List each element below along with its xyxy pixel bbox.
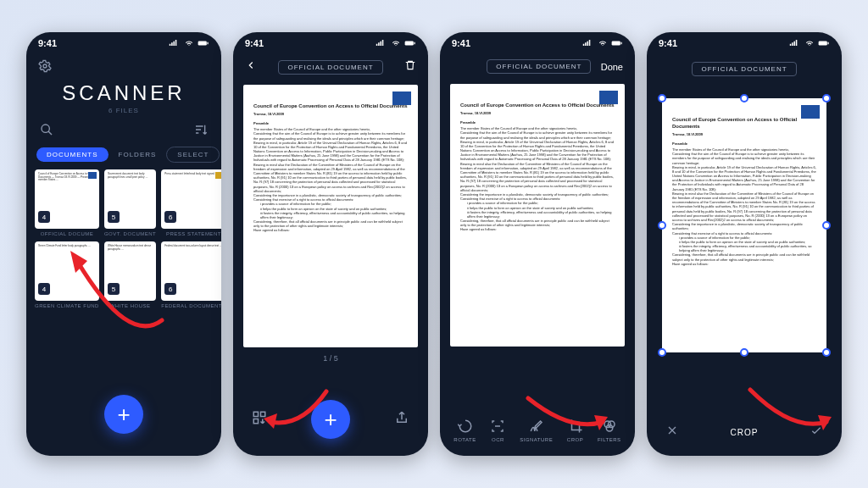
search-icon[interactable] <box>40 123 53 140</box>
add-page-button[interactable]: + <box>311 400 350 439</box>
tile-press-statement[interactable]: Press statement letterhead body text sig… <box>161 169 221 236</box>
tool-rotate[interactable]: ROTATE <box>453 419 476 442</box>
svg-rect-17 <box>819 41 827 45</box>
status-icons <box>169 39 209 47</box>
svg-rect-0 <box>198 41 207 45</box>
crop-label: CROP <box>731 428 759 437</box>
tile-white-house[interactable]: White House memorandum text dense paragr… <box>104 241 156 308</box>
tool-ocr[interactable]: OCR <box>490 419 505 442</box>
svg-rect-18 <box>827 42 828 45</box>
doc-badge: OFFICIAL DOCUMENT <box>278 60 382 75</box>
crop-handle[interactable] <box>822 94 831 103</box>
edit-toolbar: ROTATE OCR SIGNATURE CROP FILTERS <box>440 419 635 442</box>
tool-filters[interactable]: FILTERS <box>598 419 621 442</box>
crop-handle[interactable] <box>658 348 666 357</box>
crop-handle[interactable] <box>822 221 831 230</box>
status-bar: 9:41 <box>233 32 428 54</box>
coe-logo <box>801 105 820 119</box>
tile-federal-documents[interactable]: Federal document two-column layout dense… <box>161 241 221 308</box>
tab-documents[interactable]: DOCUMENTS <box>36 147 108 162</box>
status-time: 9:41 <box>659 38 677 48</box>
coe-logo <box>599 91 618 104</box>
file-count: 6 FILES <box>26 107 221 114</box>
crop-handle[interactable] <box>822 348 831 357</box>
tile-green-climate[interactable]: Green Climate Fund letter body paragraph… <box>35 241 99 308</box>
svg-rect-11 <box>612 41 620 45</box>
status-icons <box>376 39 416 47</box>
svg-point-3 <box>42 125 49 132</box>
crop-handle[interactable] <box>658 94 666 103</box>
status-bar: 9:41 <box>440 32 635 54</box>
doc-badge: OFFICIAL DOCUMENT <box>692 62 796 76</box>
app-title: SCANNER <box>26 81 221 105</box>
document-preview[interactable]: Council of Europe Convention on Access t… <box>450 84 625 347</box>
svg-rect-8 <box>261 412 265 416</box>
document-grid: Council of Europe Convention on Access t… <box>26 169 221 308</box>
svg-point-15 <box>606 425 613 432</box>
tab-folders[interactable]: FOLDERS <box>108 147 167 162</box>
crop-frame[interactable]: Council of Europe Convention on Access t… <box>662 98 826 352</box>
status-time: 9:41 <box>452 38 470 48</box>
status-bar: 9:41 <box>647 32 842 54</box>
page-indicator: 1 / 5 <box>233 354 428 363</box>
tile-official-document[interactable]: Council of Europe Convention on Access t… <box>35 169 99 236</box>
svg-rect-12 <box>620 42 621 45</box>
svg-rect-7 <box>253 412 258 416</box>
svg-rect-6 <box>414 42 415 45</box>
tool-signature[interactable]: SIGNATURE <box>520 419 553 442</box>
share-icon[interactable] <box>394 410 409 429</box>
sort-icon[interactable] <box>194 123 208 140</box>
done-button[interactable]: Done <box>601 62 623 72</box>
cancel-crop-icon[interactable] <box>665 424 679 441</box>
phone-screen-crop: 9:41 OFFICIAL DOCUMENT Council of Europe… <box>647 32 842 456</box>
add-scan-button[interactable]: + <box>104 395 143 434</box>
reorder-icon[interactable] <box>252 410 267 429</box>
document-preview[interactable]: Council of Europe Convention on Access t… <box>243 85 418 347</box>
back-icon[interactable] <box>245 59 257 75</box>
svg-rect-5 <box>405 41 414 45</box>
document-preview: Council of Europe Convention on Access t… <box>662 98 826 352</box>
delete-icon[interactable] <box>404 59 416 75</box>
phone-screen-preview: 9:41 OFFICIAL DOCUMENT Council of Europe… <box>233 32 428 456</box>
svg-rect-1 <box>207 42 208 45</box>
status-time: 9:41 <box>38 38 57 48</box>
phone-screen-library: 9:41 SCANNER 6 FILES DOCUMENTS FOLDERS S… <box>26 32 221 456</box>
crop-handle[interactable] <box>740 94 748 103</box>
confirm-crop-icon[interactable] <box>810 424 823 441</box>
status-time: 9:41 <box>245 38 264 48</box>
crop-handle[interactable] <box>658 221 666 230</box>
tool-crop[interactable]: CROP <box>567 419 583 442</box>
crop-handle[interactable] <box>740 348 748 357</box>
svg-rect-9 <box>253 419 258 424</box>
status-icons <box>582 39 623 47</box>
tile-govt-document[interactable]: Government document text body paragraph … <box>104 169 156 236</box>
select-button[interactable]: SELECT <box>166 147 220 163</box>
status-bar: 9:41 <box>26 32 221 54</box>
svg-point-2 <box>43 64 47 68</box>
settings-icon[interactable] <box>38 59 52 76</box>
doc-badge: OFFICIAL DOCUMENT <box>487 59 591 74</box>
coe-logo <box>392 92 411 105</box>
status-icons <box>789 39 830 47</box>
phone-screen-edit: 9:41 OFFICIAL DOCUMENT Done Council of E… <box>440 32 635 456</box>
